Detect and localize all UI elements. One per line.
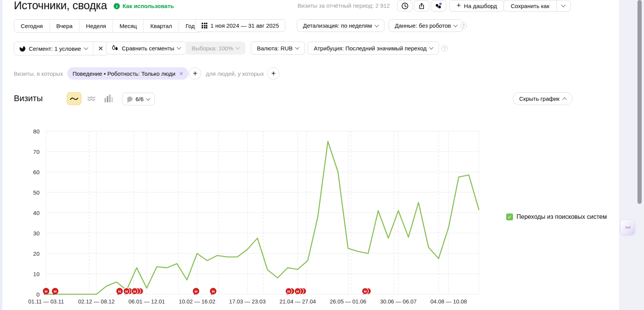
svg-text:Н: Н bbox=[125, 289, 128, 293]
scrollbar-thumb[interactable] bbox=[637, 0, 642, 204]
y-axis-label: 0 bbox=[36, 291, 40, 298]
svg-text:Н: Н bbox=[118, 289, 121, 293]
metrica-sources-summary-page: Источники, сводка i Как использовать Виз… bbox=[0, 0, 644, 310]
y-axis-label: 20 bbox=[33, 250, 40, 257]
y-axis-label: 40 bbox=[33, 210, 40, 216]
svg-text:Н: Н bbox=[212, 289, 215, 293]
svg-text:Н: Н bbox=[45, 289, 48, 293]
x-axis-label: 26.05 — 01.06 bbox=[330, 298, 366, 305]
y-axis-label: 10 bbox=[33, 271, 40, 277]
y-axis-label: 60 bbox=[33, 169, 40, 175]
svg-text:Н: Н bbox=[287, 289, 290, 293]
left-edge-strip bbox=[0, 0, 2, 310]
x-axis-label: 21.04 — 27.04 bbox=[280, 298, 316, 305]
y-axis-label: 50 bbox=[33, 189, 40, 196]
x-axis-label: 17.03 — 23.03 bbox=[229, 298, 266, 305]
svg-text:Н: Н bbox=[54, 289, 56, 293]
x-axis-label: 02.12 — 08.12 bbox=[78, 298, 114, 305]
assistant-face-button[interactable]: >.< bbox=[621, 220, 635, 235]
x-axis-label: 01.11 — 03.11 bbox=[28, 298, 64, 305]
x-axis-label: 06.01 — 12.01 bbox=[129, 298, 165, 305]
svg-text:Н: Н bbox=[296, 289, 299, 293]
x-axis-label: 04.08 — 10.08 bbox=[430, 298, 467, 305]
legend-item-search-engines[interactable]: ✓ Переходы из поисковых систем bbox=[506, 213, 607, 220]
svg-text:Н: Н bbox=[133, 289, 136, 293]
visits-series-line bbox=[46, 142, 479, 295]
x-axis-label: 30.06 — 06.07 bbox=[380, 298, 417, 305]
x-axis-label: 10.02 — 16.02 bbox=[179, 298, 215, 305]
legend-checkbox[interactable]: ✓ bbox=[506, 213, 513, 220]
legend-label: Переходы из поисковых систем bbox=[517, 213, 607, 220]
svg-text:Н: Н bbox=[364, 289, 366, 293]
y-axis-label: 80 bbox=[33, 128, 40, 135]
y-axis-label: 70 bbox=[33, 148, 40, 155]
y-axis-label: 30 bbox=[33, 230, 40, 237]
svg-text:Н: Н bbox=[195, 289, 197, 293]
visits-line-chart[interactable]: 0102030405060708001.11 — 03.1102.12 — 08… bbox=[0, 0, 644, 310]
